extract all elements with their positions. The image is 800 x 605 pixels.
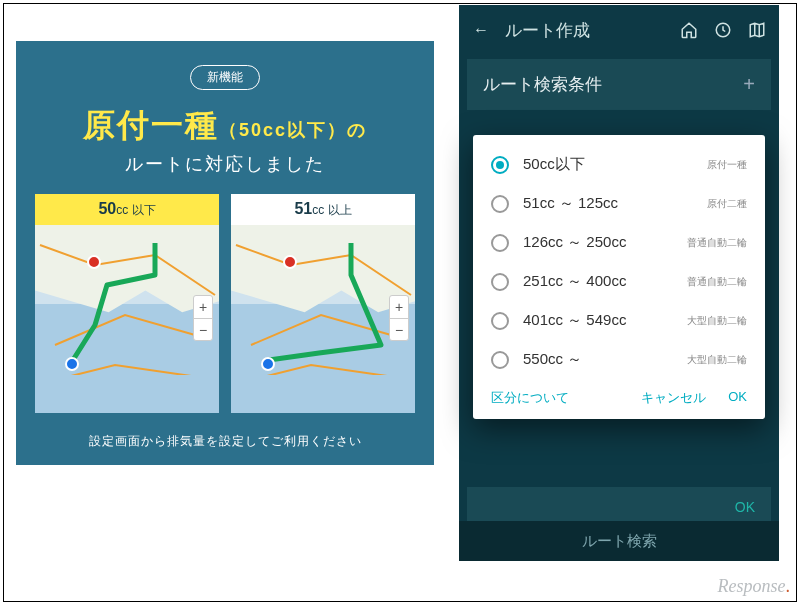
map-unit-51: cc 以上 xyxy=(312,203,351,217)
map-num-51: 51 xyxy=(294,200,312,217)
headline-main: 原付一種 xyxy=(83,107,219,143)
history-icon[interactable] xyxy=(713,20,733,40)
option-label: 401cc ～ 549cc xyxy=(523,311,673,330)
engine-option[interactable]: 51cc ～ 125cc原付二種 xyxy=(473,184,765,223)
radio-icon xyxy=(491,234,509,252)
radio-icon xyxy=(491,273,509,291)
plus-icon[interactable]: + xyxy=(743,73,755,96)
start-pin-icon xyxy=(65,357,79,371)
map-header-50: 50cc 以下 xyxy=(35,194,219,225)
engine-option[interactable]: 50cc以下原付一種 xyxy=(473,145,765,184)
watermark-dot: . xyxy=(786,576,791,596)
section-title: ルート検索条件 xyxy=(483,73,602,96)
section-header: ルート検索条件 + xyxy=(467,59,771,110)
new-feature-badge: 新機能 xyxy=(190,65,260,90)
route-search-button[interactable]: ルート検索 xyxy=(459,521,779,561)
map-header-51: 51cc 以上 xyxy=(231,194,415,225)
zoom-out-button[interactable]: − xyxy=(390,318,408,340)
app-bar: ← ルート作成 xyxy=(459,5,779,55)
start-pin-icon xyxy=(261,357,275,371)
goal-pin-icon xyxy=(87,255,101,269)
option-label: 251cc ～ 400cc xyxy=(523,272,673,291)
option-category: 大型自動二輪 xyxy=(687,353,747,367)
radio-icon xyxy=(491,195,509,213)
dialog-actions: 区分について キャンセル OK xyxy=(473,379,765,411)
promo-footnote: 設定画面から排気量を設定してご利用ください xyxy=(16,433,434,450)
headline-tail: の xyxy=(347,120,367,140)
promo-headline: 原付一種（50cc以下）の xyxy=(16,104,434,148)
back-icon[interactable]: ← xyxy=(471,20,491,40)
panel-ok-button[interactable]: OK xyxy=(735,499,755,515)
option-category: 原付二種 xyxy=(707,197,747,211)
map-image-50: + − xyxy=(35,225,219,413)
option-label: 126cc ～ 250cc xyxy=(523,233,673,252)
zoom-in-button[interactable]: + xyxy=(194,296,212,318)
option-category: 普通自動二輪 xyxy=(687,236,747,250)
ok-button[interactable]: OK xyxy=(728,389,747,407)
promo-subhead: ルートに対応しました xyxy=(16,152,434,176)
map-card-50: 50cc 以下 + − xyxy=(35,194,219,413)
map-num-50: 50 xyxy=(98,200,116,217)
map-comparison: 50cc 以下 + − 51cc 以上 xyxy=(16,194,434,413)
engine-option[interactable]: 251cc ～ 400cc普通自動二輪 xyxy=(473,262,765,301)
engine-size-dialog: 50cc以下原付一種51cc ～ 125cc原付二種126cc ～ 250cc普… xyxy=(473,135,765,419)
map-unit-50: cc 以下 xyxy=(116,203,155,217)
watermark-text: Response xyxy=(718,576,786,596)
option-label: 50cc以下 xyxy=(523,155,693,174)
zoom-control[interactable]: + − xyxy=(193,295,213,341)
map-icon[interactable] xyxy=(747,20,767,40)
option-label: 51cc ～ 125cc xyxy=(523,194,693,213)
map-card-51: 51cc 以上 + − xyxy=(231,194,415,413)
option-category: 大型自動二輪 xyxy=(687,314,747,328)
zoom-out-button[interactable]: − xyxy=(194,318,212,340)
radio-icon xyxy=(491,351,509,369)
watermark: Response. xyxy=(718,576,790,597)
engine-option[interactable]: 401cc ～ 549cc大型自動二輪 xyxy=(473,301,765,340)
engine-option[interactable]: 126cc ～ 250cc普通自動二輪 xyxy=(473,223,765,262)
app-title: ルート作成 xyxy=(505,19,665,42)
zoom-control[interactable]: + − xyxy=(389,295,409,341)
route-path-50 xyxy=(35,225,219,375)
option-label: 550cc ～ xyxy=(523,350,673,369)
zoom-in-button[interactable]: + xyxy=(390,296,408,318)
cancel-button[interactable]: キャンセル xyxy=(641,389,706,407)
map-image-51: + − xyxy=(231,225,415,413)
radio-icon xyxy=(491,312,509,330)
option-category: 普通自動二輪 xyxy=(687,275,747,289)
about-classification-link[interactable]: 区分について xyxy=(491,389,569,407)
radio-icon xyxy=(491,156,509,174)
route-path-51 xyxy=(231,225,415,375)
engine-option[interactable]: 550cc ～大型自動二輪 xyxy=(473,340,765,379)
promo-panel: 新機能 原付一種（50cc以下）の ルートに対応しました 50cc 以下 + − xyxy=(16,41,434,465)
home-icon[interactable] xyxy=(679,20,699,40)
headline-sub: （50cc以下） xyxy=(219,120,347,140)
option-category: 原付一種 xyxy=(707,158,747,172)
goal-pin-icon xyxy=(283,255,297,269)
phone-screen: ← ルート作成 ルート検索条件 + 50cc以下原付一種51cc ～ 125cc… xyxy=(459,5,779,561)
